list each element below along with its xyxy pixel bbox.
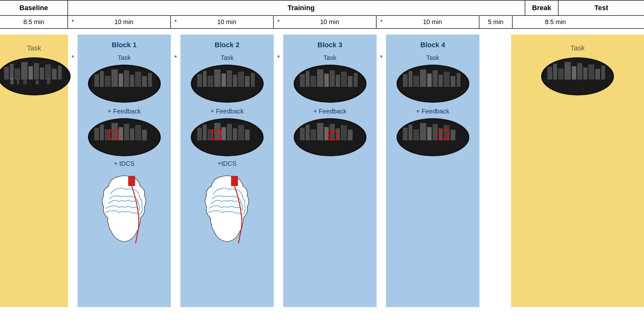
svg-rect-33	[124, 124, 129, 140]
block4-task-image	[397, 65, 469, 103]
svg-rect-99	[420, 123, 426, 140]
break-column	[479, 35, 511, 307]
svg-rect-1	[4, 67, 9, 80]
svg-rect-111	[572, 66, 576, 80]
svg-rect-89	[427, 74, 432, 87]
svg-rect-81	[341, 125, 347, 140]
svg-rect-13	[23, 80, 27, 84]
svg-rect-56	[227, 124, 232, 140]
svg-rect-35	[135, 125, 141, 140]
svg-rect-7	[40, 68, 44, 80]
block2-title: Block 2	[215, 41, 239, 49]
svg-rect-22	[124, 70, 129, 87]
block1-column: Block 1 Task + Feedback	[78, 35, 171, 307]
block2-feedback-label: + Feedback	[210, 108, 244, 115]
svg-rect-108	[553, 64, 557, 80]
svg-rect-94	[457, 73, 460, 87]
block4-task-label: Task	[426, 54, 439, 61]
svg-rect-88	[420, 69, 426, 87]
svg-rect-87	[413, 76, 419, 87]
block3-feedback-image	[294, 118, 366, 156]
svg-rect-29	[100, 125, 104, 140]
svg-rect-3	[15, 68, 20, 80]
break-label: Break	[532, 4, 551, 12]
svg-rect-46	[233, 75, 237, 87]
training-header: Training	[78, 1, 525, 15]
svg-rect-116	[601, 66, 605, 80]
block3-title: Block 3	[317, 41, 342, 49]
svg-rect-97	[409, 125, 412, 140]
svg-rect-74	[300, 128, 305, 140]
svg-rect-42	[208, 76, 213, 87]
star-divider-4: *	[377, 35, 386, 307]
svg-rect-113	[583, 68, 587, 80]
block4-title: Block 4	[420, 41, 445, 49]
svg-rect-115	[595, 69, 600, 80]
svg-rect-26	[148, 73, 152, 87]
svg-rect-101	[433, 124, 438, 140]
svg-rect-98	[413, 129, 419, 140]
baseline-column: Task	[0, 35, 68, 307]
svg-rect-86	[409, 71, 412, 87]
svg-rect-79	[330, 124, 335, 140]
block3-time: 10 min	[283, 16, 377, 28]
star-divider-2: *	[171, 35, 180, 307]
star1: *	[68, 16, 78, 28]
svg-rect-52	[203, 125, 207, 140]
svg-rect-110	[565, 62, 571, 80]
svg-rect-41	[203, 71, 207, 87]
svg-rect-58	[238, 125, 244, 140]
svg-rect-49	[251, 73, 255, 87]
baseline-aerial-image	[0, 57, 71, 95]
svg-rect-24	[135, 72, 141, 87]
svg-rect-55	[222, 127, 226, 140]
svg-rect-54	[214, 123, 221, 140]
block3-task-label: Task	[323, 54, 336, 61]
svg-rect-8	[45, 64, 51, 80]
svg-rect-36	[142, 130, 147, 140]
svg-rect-61	[231, 176, 238, 186]
svg-rect-77	[317, 123, 323, 140]
svg-rect-9	[52, 69, 57, 80]
svg-rect-51	[197, 128, 202, 140]
svg-rect-11	[10, 78, 14, 84]
svg-rect-19	[105, 76, 110, 87]
svg-rect-72	[354, 73, 358, 87]
svg-rect-75	[306, 125, 309, 140]
block1-feedback-image	[88, 118, 161, 156]
svg-rect-6	[34, 63, 39, 80]
block3-task-image	[294, 65, 366, 103]
svg-rect-10	[58, 66, 62, 80]
block2-column: Block 2 Task + Feedback	[180, 35, 274, 307]
svg-rect-91	[439, 75, 443, 87]
training-label: Training	[288, 4, 315, 12]
svg-rect-14	[36, 80, 39, 84]
svg-rect-66	[317, 69, 323, 87]
break-time: 5 min	[479, 16, 513, 28]
svg-rect-70	[341, 72, 347, 87]
block1-title: Block 1	[112, 41, 136, 49]
svg-rect-114	[588, 64, 594, 80]
svg-rect-4	[21, 62, 28, 80]
svg-rect-23	[130, 75, 134, 87]
svg-rect-100	[427, 127, 432, 140]
svg-rect-20	[111, 69, 118, 87]
block1-task-image	[88, 65, 161, 103]
svg-rect-90	[433, 70, 438, 87]
svg-rect-40	[197, 74, 202, 87]
baseline-task-label: Task	[27, 44, 41, 52]
block2-task-label: Task	[221, 54, 234, 61]
block4-time: 10 min	[386, 16, 479, 28]
star-divider-3: *	[274, 35, 283, 307]
break-header: Break	[525, 1, 559, 15]
svg-rect-96	[403, 128, 408, 140]
block4-feedback-image	[397, 118, 469, 156]
block4-feedback-label: + Feedback	[416, 108, 449, 115]
test-label: Test	[594, 4, 608, 12]
svg-rect-34	[130, 128, 134, 140]
svg-rect-32	[119, 127, 123, 140]
svg-rect-28	[94, 128, 99, 140]
svg-rect-25	[142, 76, 147, 87]
baseline-header: Baseline	[0, 1, 68, 15]
svg-rect-71	[348, 76, 353, 87]
